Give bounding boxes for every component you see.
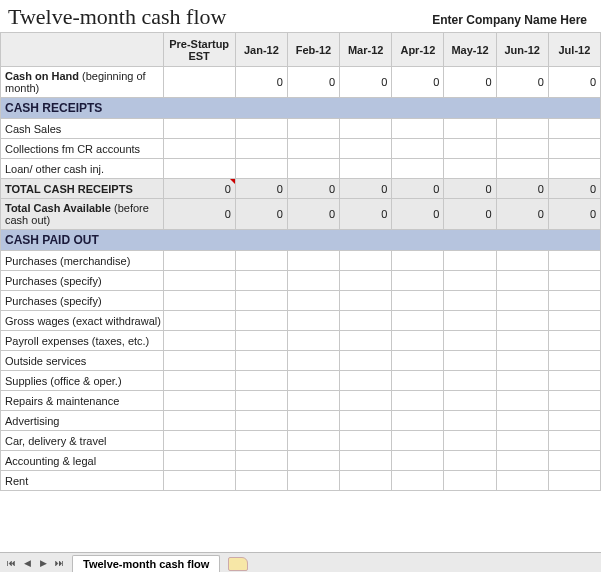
cell[interactable] [235, 251, 287, 271]
cell[interactable] [392, 331, 444, 351]
cell[interactable]: 0 [235, 199, 287, 230]
cell[interactable] [496, 471, 548, 491]
nav-prev-icon[interactable]: ◀ [20, 556, 34, 570]
cell[interactable] [444, 159, 496, 179]
cell[interactable] [235, 371, 287, 391]
cell[interactable] [340, 139, 392, 159]
cell[interactable] [163, 119, 235, 139]
cell-label[interactable]: TOTAL CASH RECEIPTS [1, 179, 164, 199]
cell[interactable]: 0 [235, 179, 287, 199]
cell[interactable] [340, 451, 392, 471]
cell[interactable] [496, 391, 548, 411]
cell-label[interactable]: Repairs & maintenance [1, 391, 164, 411]
cell[interactable] [163, 411, 235, 431]
cell[interactable] [287, 471, 339, 491]
cell[interactable] [287, 251, 339, 271]
cell[interactable] [287, 311, 339, 331]
cell[interactable] [548, 431, 600, 451]
cell[interactable]: 0 [548, 199, 600, 230]
cell[interactable] [392, 351, 444, 371]
cell[interactable] [444, 451, 496, 471]
cell[interactable]: 0 [392, 67, 444, 98]
cell[interactable] [163, 159, 235, 179]
cell[interactable] [340, 351, 392, 371]
cell[interactable] [163, 431, 235, 451]
cell[interactable] [444, 291, 496, 311]
cell[interactable] [287, 351, 339, 371]
cell[interactable] [235, 391, 287, 411]
cell[interactable] [235, 351, 287, 371]
cell[interactable] [287, 391, 339, 411]
cell[interactable] [444, 431, 496, 451]
cell[interactable] [392, 251, 444, 271]
cell[interactable] [548, 271, 600, 291]
cell[interactable] [163, 331, 235, 351]
cell[interactable]: 0 [496, 179, 548, 199]
cell[interactable] [163, 311, 235, 331]
cell[interactable] [548, 351, 600, 371]
cell[interactable] [340, 471, 392, 491]
cell-label[interactable]: Purchases (merchandise) [1, 251, 164, 271]
cell[interactable] [163, 251, 235, 271]
cell[interactable] [496, 139, 548, 159]
cell-label[interactable]: Supplies (office & oper.) [1, 371, 164, 391]
cell-label[interactable]: Advertising [1, 411, 164, 431]
cell[interactable]: 0 [496, 67, 548, 98]
cell-label[interactable]: Cash Sales [1, 119, 164, 139]
cell[interactable] [163, 139, 235, 159]
cell[interactable] [163, 67, 235, 98]
cell[interactable] [548, 471, 600, 491]
company-name-field[interactable]: Enter Company Name Here [432, 13, 593, 27]
cell[interactable] [287, 411, 339, 431]
cell[interactable] [392, 159, 444, 179]
cell[interactable] [235, 411, 287, 431]
cell[interactable] [548, 331, 600, 351]
cell[interactable] [444, 391, 496, 411]
cell[interactable] [444, 139, 496, 159]
cell[interactable] [287, 451, 339, 471]
cell[interactable] [340, 311, 392, 331]
cell[interactable] [548, 251, 600, 271]
cell-label[interactable]: Total Cash Available (before cash out) [1, 199, 164, 230]
cell[interactable] [392, 431, 444, 451]
cell[interactable] [340, 431, 392, 451]
cell[interactable] [340, 159, 392, 179]
cell[interactable] [287, 431, 339, 451]
cell-label[interactable]: Gross wages (exact withdrawal) [1, 311, 164, 331]
cell[interactable] [548, 159, 600, 179]
sheet-tab[interactable]: Twelve-month cash flow [72, 555, 220, 572]
cell[interactable] [548, 291, 600, 311]
cell-label[interactable]: Car, delivery & travel [1, 431, 164, 451]
cell[interactable] [163, 471, 235, 491]
cell-label[interactable]: Rent [1, 471, 164, 491]
cell-label[interactable]: Loan/ other cash inj. [1, 159, 164, 179]
cell[interactable] [392, 391, 444, 411]
cell[interactable] [392, 451, 444, 471]
cell[interactable] [392, 371, 444, 391]
cell[interactable] [496, 351, 548, 371]
cell[interactable] [340, 411, 392, 431]
cell[interactable] [340, 271, 392, 291]
cell[interactable] [235, 331, 287, 351]
cell[interactable] [235, 311, 287, 331]
cell[interactable] [235, 291, 287, 311]
cell[interactable] [287, 291, 339, 311]
cell[interactable] [444, 119, 496, 139]
cell[interactable]: 0 [444, 199, 496, 230]
cell[interactable]: 0 [444, 67, 496, 98]
cell[interactable] [548, 411, 600, 431]
cell[interactable]: 0 [496, 199, 548, 230]
cell[interactable] [496, 411, 548, 431]
cell[interactable] [287, 271, 339, 291]
cell-label[interactable]: Purchases (specify) [1, 291, 164, 311]
cell[interactable] [496, 451, 548, 471]
cell[interactable] [340, 291, 392, 311]
cell[interactable] [235, 119, 287, 139]
cell[interactable] [444, 251, 496, 271]
cell[interactable] [548, 311, 600, 331]
cell[interactable] [235, 271, 287, 291]
cell[interactable] [548, 119, 600, 139]
new-sheet-icon[interactable] [228, 557, 248, 571]
cell[interactable] [163, 271, 235, 291]
cell-label[interactable]: Collections fm CR accounts [1, 139, 164, 159]
